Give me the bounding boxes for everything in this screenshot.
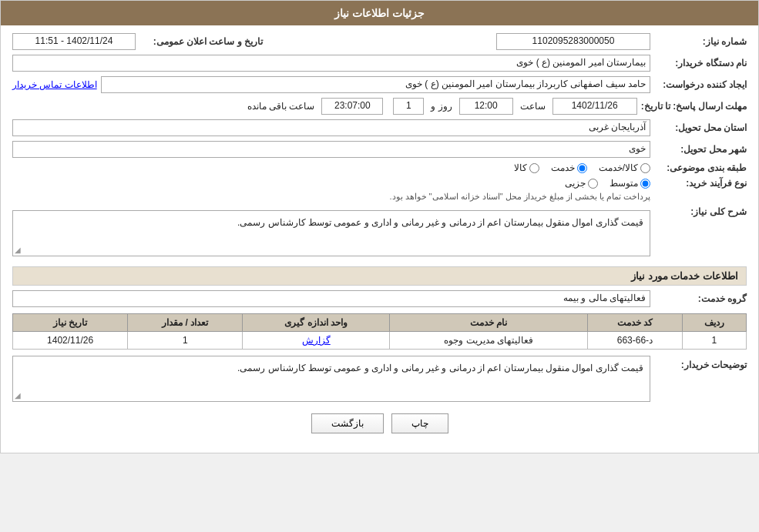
creator-label: ایجاد کننده درخواست: xyxy=(654,79,747,90)
back-button[interactable]: بازگشت xyxy=(311,413,384,433)
buttons-row: چاپ بازگشت xyxy=(12,413,747,433)
purchase-medium-label: متوسط xyxy=(610,178,638,189)
col-date: تاریخ نیاز xyxy=(13,314,128,332)
category-service-label: خدمت xyxy=(551,162,575,173)
cell-qty: 1 xyxy=(128,332,243,350)
col-unit: واحد اندازه گیری xyxy=(243,314,390,332)
service-group-value: فعالیتهای مالی و بیمه xyxy=(12,290,650,307)
deadline-label: مهلت ارسال پاسخ: تا تاریخ: xyxy=(641,101,747,112)
col-row: ردیف xyxy=(682,314,746,332)
services-table: ردیف کد خدمت نام خدمت واحد اندازه گیری ت… xyxy=(12,313,747,350)
need-desc-box: قیمت گذاری اموال منقول بیمارستان اعم از … xyxy=(12,210,650,256)
resize-handle: ◢ xyxy=(15,246,21,254)
deadline-time: 12:00 xyxy=(459,98,513,115)
announce-label: تاریخ و ساعت اعلان عمومی: xyxy=(139,36,263,47)
buyer-desc-label: توضیحات خریدار: xyxy=(654,356,747,370)
col-qty: تعداد / مقدار xyxy=(128,314,243,332)
cell-row: 1 xyxy=(682,332,746,350)
contact-link[interactable]: اطلاعات تماس خریدار xyxy=(12,79,97,90)
remaining-time: 23:07:00 xyxy=(321,98,383,115)
print-button[interactable]: چاپ xyxy=(391,413,448,433)
purchase-note: پرداخت تمام یا بخشی از مبلغ خریداز محل "… xyxy=(389,192,650,202)
cell-code: د-66-663 xyxy=(588,332,683,350)
province-label: استان محل تحویل: xyxy=(654,122,747,133)
purchase-medium[interactable]: متوسط xyxy=(610,178,650,189)
buyer-desc-value: قیمت گذاری اموال منقول بیمارستان اعم از … xyxy=(237,363,643,373)
announce-value: 1402/11/24 - 11:51 xyxy=(12,33,136,50)
services-section-title: اطلاعات خدمات مورد نیاز xyxy=(12,266,747,286)
page-title: جزئیات اطلاعات نیاز xyxy=(334,7,425,19)
category-kala-label: کالا xyxy=(514,162,527,173)
cell-date: 1402/11/26 xyxy=(13,332,128,350)
buyer-resize-handle: ◢ xyxy=(15,391,21,400)
need-desc-label: شرح کلی نیاز: xyxy=(654,206,747,217)
purchase-radio-group: متوسط جزیی xyxy=(389,178,650,189)
category-kala-service-label: کالا/خدمت xyxy=(599,162,638,173)
cell-unit[interactable]: گزارش xyxy=(243,332,390,350)
services-table-section: ردیف کد خدمت نام خدمت واحد اندازه گیری ت… xyxy=(12,313,747,350)
category-kala-service[interactable]: کالا/خدمت xyxy=(599,162,650,173)
province-value: آذربایجان غربی xyxy=(12,119,650,136)
category-service[interactable]: خدمت xyxy=(551,162,587,173)
remaining-label: ساعت باقی مانده xyxy=(247,101,315,112)
city-label: شهر محل تحویل: xyxy=(654,144,747,155)
purchase-type-label: نوع فرآیند خرید: xyxy=(654,178,747,189)
col-code: کد خدمت xyxy=(588,314,683,332)
purchase-partial-label: جزیی xyxy=(565,178,586,189)
buyer-desc-box: قیمت گذاری اموال منقول بیمارستان اعم از … xyxy=(12,356,650,402)
table-row: 1 د-66-663 فعالیتهای مدیریت وجوه گزارش 1… xyxy=(13,332,747,350)
service-group-label: گروه خدمت: xyxy=(654,293,747,304)
need-number-label: شماره نیاز: xyxy=(654,36,747,47)
category-label: طبقه بندی موضوعی: xyxy=(654,162,747,173)
city-value: خوی xyxy=(12,141,650,158)
need-number-value: 1102095283000050 xyxy=(496,33,650,50)
time-label: ساعت xyxy=(520,101,546,112)
buyer-org-value: بیمارستان امیر المومنین (ع ) خوی xyxy=(12,55,650,72)
deadline-days: 1 xyxy=(393,98,424,115)
col-name: نام خدمت xyxy=(390,314,588,332)
need-desc-value: قیمت گذاری اموال منقول بیمارستان اعم از … xyxy=(237,217,643,228)
buyer-org-label: نام دستگاه خریدار: xyxy=(654,58,747,69)
creator-value: حامد سیف اصفهانی کاربرداز بیمارستان امیر… xyxy=(101,76,650,93)
cell-name: فعالیتهای مدیریت وجوه xyxy=(390,332,588,350)
category-kala[interactable]: کالا xyxy=(514,162,539,173)
deadline-date: 1402/11/26 xyxy=(552,98,637,115)
page-header: جزئیات اطلاعات نیاز xyxy=(1,1,758,25)
day-label: روز و xyxy=(431,101,452,112)
purchase-partial[interactable]: جزیی xyxy=(565,178,598,189)
category-radio-group: کالا/خدمت خدمت کالا xyxy=(514,162,650,173)
